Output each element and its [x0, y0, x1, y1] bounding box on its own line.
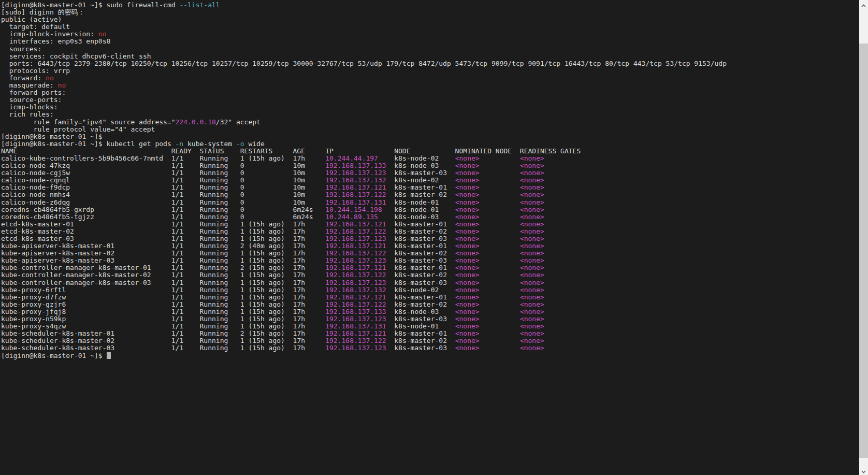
terminal-text: k8s-master-02 [394, 337, 455, 344]
terminal-text-magenta: <none> [455, 169, 520, 177]
pods-table-row: kube-controller-manager-k8s-master-01 1/… [1, 264, 859, 271]
terminal-text: k8s-node-01 [394, 322, 455, 330]
terminal-text-magenta: 192.168.137.123 [325, 256, 394, 264]
terminal-text-magenta: <none> [455, 206, 520, 213]
chevron-up-icon [861, 0, 866, 9]
terminal-text: k8s-master-02 [394, 191, 455, 198]
terminal-text: k8s-master-02 [394, 249, 455, 257]
terminal-text: 1/1 [171, 279, 200, 286]
terminal-text: rule protocol value="4" accept [1, 125, 155, 133]
terminal-text: wide [244, 140, 265, 148]
terminal-text: 6m24s [293, 213, 326, 221]
terminal-text: Running [200, 249, 240, 257]
terminal-text: 1/1 [171, 249, 200, 257]
terminal-text: kube-apiserver-k8s-master-03 [1, 256, 171, 264]
terminal-text: coredns-cb4864fb5-gxrdp [1, 206, 171, 213]
pods-table-row: kube-scheduler-k8s-master-01 1/1 Running… [1, 330, 859, 337]
pods-table-row: kube-apiserver-k8s-master-03 1/1 Running… [1, 257, 859, 264]
terminal-text: calico-node-nmhs4 [1, 191, 171, 198]
terminal-text: 10m [293, 183, 326, 191]
terminal-text: public (active) [1, 16, 62, 23]
terminal-text: ports: 6443/tcp 2379-2380/tcp 10250/tcp … [1, 60, 727, 67]
firewall-rich-rule-2: rule protocol value="4" accept [1, 126, 859, 133]
terminal-text-magenta: 192.168.137.122 [325, 300, 394, 308]
terminal-text-magenta: <none> [455, 279, 520, 286]
terminal-text: Running [200, 220, 240, 228]
terminal-text-magenta: <none> [520, 264, 544, 271]
terminal-text: etcd-k8s-master-02 [1, 227, 171, 235]
terminal-cursor [107, 352, 111, 359]
firewall-ports-line: ports: 6443/tcp 2379-2380/tcp 10250/tcp … [1, 60, 859, 67]
terminal-text: 17h [293, 308, 326, 315]
terminal-text: 1 (15h ago) [240, 249, 293, 257]
terminal-text: kube-proxy-gzjr6 [1, 300, 171, 308]
scrollbar [859, 0, 868, 475]
terminal-text: k8s-master-03 [394, 235, 455, 242]
terminal-text: Running [200, 169, 240, 177]
scrollbar-thumb[interactable] [859, 44, 868, 458]
terminal-screen[interactable]: [diginn@k8s-master-01 ~]$ sudo firewall-… [0, 0, 859, 475]
pods-table-row: calico-node-cgj5w 1/1 Running 0 10m 192.… [1, 169, 859, 177]
terminal-text: 1 (15h ago) [240, 227, 293, 235]
terminal-text: 0 [240, 213, 293, 221]
scrollbar-down-button[interactable] [859, 466, 868, 475]
terminal-text-magenta: <none> [520, 220, 544, 228]
terminal-text: 0 [240, 162, 293, 169]
pods-table-row: calico-node-nmhs4 1/1 Running 0 10m 192.… [1, 191, 859, 198]
terminal-text: k8s-node-01 [394, 198, 455, 206]
terminal-text: 1 (15h ago) [240, 235, 293, 242]
terminal-text-magenta: <none> [520, 322, 544, 330]
terminal-text: 1/1 [171, 213, 200, 221]
terminal-text: 1/1 [171, 344, 200, 352]
terminal-text-magenta: 192.168.137.131 [325, 198, 394, 206]
terminal-text: k8s-master-02 [394, 227, 455, 235]
terminal-text: Running [200, 235, 240, 242]
terminal-text: k8s-master-01 [394, 183, 455, 191]
firewall-sources-line: sources: [1, 46, 859, 53]
terminal-text: Running [200, 337, 240, 344]
pods-table-row: kube-proxy-6rftl 1/1 Running 1 (15h ago)… [1, 286, 859, 294]
firewall-rich-rules-line: rich rules: [1, 111, 859, 118]
terminal-text-magenta: <none> [455, 183, 520, 191]
terminal-text: rich rules: [1, 110, 58, 118]
terminal-text-magenta: <none> [520, 315, 544, 323]
terminal-text-magenta: <none> [520, 176, 544, 184]
pods-table-row: calico-node-47kzq 1/1 Running 0 10m 192.… [1, 162, 859, 169]
terminal-text-magenta: <none> [455, 315, 520, 323]
terminal-text-magenta: 192.168.137.123 [325, 169, 394, 177]
terminal-text-magenta: <none> [520, 235, 544, 242]
pods-table-row: kube-proxy-s4qzw 1/1 Running 1 (15h ago)… [1, 323, 859, 330]
terminal-text: 1/1 [171, 227, 200, 235]
terminal-text-magenta: <none> [455, 176, 520, 184]
pods-table-row: kube-controller-manager-k8s-master-02 1/… [1, 271, 859, 279]
terminal-text: 17h [293, 227, 326, 235]
terminal-text: 1/1 [171, 286, 200, 294]
terminal-text: k8s-master-01 [394, 329, 455, 337]
terminal-text: 1/1 [171, 220, 200, 228]
terminal-text: target: default [1, 23, 70, 31]
terminal-text: Running [200, 206, 240, 213]
terminal-text: [diginn@k8s-master-01 ~]$ [1, 352, 107, 359]
terminal-text-magenta: <none> [455, 256, 520, 264]
terminal-text-magenta: <none> [455, 235, 520, 242]
pods-table-header: NAME READY STATUS RESTARTS AGE IP NODE N… [1, 148, 859, 155]
pods-table-row: kube-proxy-jfqj8 1/1 Running 1 (15h ago)… [1, 308, 859, 315]
terminal-output: [diginn@k8s-master-01 ~]$ sudo firewall-… [1, 2, 859, 359]
terminal-text-magenta: <none> [520, 286, 544, 294]
scrollbar-up-button[interactable] [859, 0, 868, 9]
terminal-text-magenta: <none> [455, 154, 520, 162]
terminal-text: coredns-cb4864fb5-tgjzz [1, 213, 171, 221]
terminal-text: 1/1 [171, 183, 200, 191]
pods-table-row: coredns-cb4864fb5-tgjzz 1/1 Running 0 6m… [1, 213, 859, 221]
pods-table-row: kube-proxy-n59kp 1/1 Running 1 (15h ago)… [1, 315, 859, 323]
terminal-text: sources: [1, 45, 46, 53]
terminal-text-magenta: <none> [455, 191, 520, 198]
terminal-text: Running [200, 271, 240, 279]
terminal-text: 1 (15h ago) [240, 337, 293, 344]
terminal-text: 10m [293, 198, 326, 206]
command-line-kubectl: [diginn@k8s-master-01 ~]$ kubectl get po… [1, 140, 859, 148]
terminal-text-magenta: <none> [455, 213, 520, 221]
terminal-text: kube-controller-manager-k8s-master-02 [1, 271, 171, 279]
terminal-text-magenta: <none> [455, 249, 520, 257]
firewall-source-ports-line: source-ports: [1, 96, 859, 104]
